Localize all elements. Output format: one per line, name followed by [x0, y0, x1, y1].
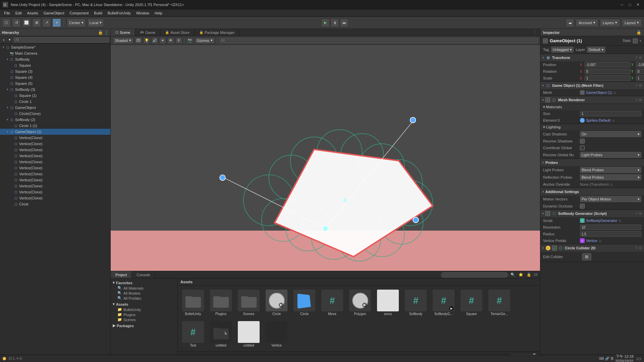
hierarchy-item-circle-last[interactable]: ⬡ Circle — [0, 201, 110, 207]
hierarchy-item-gameobject1[interactable]: ▾ ⬡ GameObject (1) — [0, 129, 110, 135]
proj-item-plugins[interactable]: 📁 Plugins — [112, 312, 176, 317]
asset-item-circle-cube[interactable]: Circle — [292, 288, 317, 317]
help-icon[interactable]: ? — [635, 98, 637, 102]
assets-header[interactable]: ▾ Assets — [112, 301, 176, 307]
pos-y-input[interactable] — [636, 62, 644, 67]
anchor-pick-icon[interactable]: ◎ — [610, 183, 613, 186]
rot-x-input[interactable] — [585, 69, 631, 74]
material-pick-icon[interactable]: ◎ — [612, 119, 615, 122]
hierarchy-item-vertice9[interactable]: ⬡ Vertice(Clone) — [0, 183, 110, 189]
hierarchy-item-vertice2[interactable]: ⬡ Vertice(Clone) — [0, 141, 110, 147]
local-dropdown[interactable]: Local ▾ — [87, 18, 104, 27]
lighting-icon[interactable]: 💡 — [143, 37, 150, 44]
hierarchy-menu-icon[interactable]: ⋮ — [104, 30, 108, 35]
settings-icon[interactable]: ⚙ — [639, 246, 642, 250]
hierarchy-item-vertice8[interactable]: ⬡ Vertice(Clone) — [0, 177, 110, 183]
probes-header[interactable]: ▾ Probes — [540, 159, 644, 166]
asset-item-untitled-file[interactable]: untitled — [236, 320, 261, 349]
softbody-generator-header[interactable]: ▾ ✓ ⬡ Softbody Generator (Script) ? ⚙ — [540, 210, 644, 217]
tool-move[interactable]: ↺ — [12, 18, 21, 27]
vertice-pick-icon[interactable]: ◎ — [599, 239, 602, 243]
additional-settings-header[interactable]: ▾ Additional Settings — [540, 188, 644, 195]
edit-collider-button[interactable]: ⊞ — [582, 253, 591, 260]
cast-shadows-dropdown[interactable]: On ▾ — [580, 131, 641, 137]
hierarchy-item-softbody3[interactable]: ▾ ⬡ Softbody (3) — [0, 86, 110, 93]
tool-transform[interactable]: ⌖ — [52, 18, 61, 27]
reflection-probes-dropdown[interactable]: Blend Probes ▾ — [580, 174, 641, 180]
hierarchy-item-square4[interactable]: ⬡ Square (4) — [0, 74, 110, 80]
asset-item-test[interactable]: # Test — [180, 320, 206, 349]
proj-item-bulletunity[interactable]: 📁 BulletUnity — [112, 307, 176, 312]
tab-game[interactable]: 🎮 Game — [135, 29, 160, 36]
asset-item-plugins[interactable]: Plugins — [208, 288, 233, 317]
mesh-renderer-enable-checkbox[interactable]: ✓ — [545, 98, 550, 102]
menu-window[interactable]: Window — [133, 10, 152, 16]
asset-item-scenes[interactable]: Scenes — [236, 288, 261, 317]
layer-dropdown[interactable]: Default ▾ — [587, 47, 605, 53]
tool-rotate[interactable]: ⬜ — [22, 18, 31, 27]
layout-dropdown[interactable]: Layout ▾ — [622, 19, 642, 27]
hierarchy-item-circle1[interactable]: ⬡ Circle 1 — [0, 99, 110, 105]
minimize-button[interactable]: ─ — [619, 1, 625, 8]
close-button[interactable]: ✕ — [635, 1, 641, 8]
menu-edit[interactable]: Edit — [13, 10, 24, 16]
center-dropdown[interactable]: Center ▾ — [67, 18, 86, 27]
asset-item-untitled-folder[interactable]: untitled — [208, 320, 233, 349]
scale-y-input[interactable] — [636, 75, 644, 81]
asset-item-terraingen[interactable]: # TerrainGe... — [487, 288, 512, 317]
audio-icon[interactable]: 🔊 — [151, 37, 158, 44]
help-icon[interactable]: ? — [635, 56, 637, 60]
settings-icon[interactable]: ⚙ — [639, 56, 642, 60]
effects-icon[interactable]: ✦ — [159, 37, 166, 44]
hierarchy-item-gameobject[interactable]: ▾ ⬡ GameObject — [0, 105, 110, 111]
layers-dropdown[interactable]: Layers ▾ — [600, 19, 620, 27]
hierarchy-item-vertice7[interactable]: ⬡ Vertice(Clone) — [0, 171, 110, 177]
star-icon[interactable]: ⭐ — [518, 272, 524, 278]
resolution-input[interactable] — [580, 225, 641, 230]
tab-package-manager[interactable]: 🔒 Package Manager — [195, 29, 239, 36]
hierarchy-item-samplescene[interactable]: ▾ ⬡ SampleScene* — [0, 44, 110, 50]
dynamic-occlusion-checkbox[interactable]: ✓ — [580, 204, 585, 208]
hierarchy-item-vertice10[interactable]: ⬡ Vertice(Clone) — [0, 189, 110, 195]
camera-icon[interactable]: 📷 — [186, 37, 193, 44]
circle-collider-header[interactable]: ▾ i ✓ ⬡ Circle Collider 2D ? ⚙ — [540, 244, 644, 252]
motion-vectors-dropdown[interactable]: Per Object Motion ▾ — [580, 196, 641, 202]
script-pick-icon[interactable]: ◎ — [619, 219, 622, 223]
settings-icon[interactable]: ⚙ — [639, 98, 642, 102]
tool-scale[interactable]: ⊞ — [32, 18, 41, 27]
hierarchy-item-softbody[interactable]: ▾ ⬡ Softbody — [0, 56, 110, 62]
tool-rect[interactable]: ↗ — [42, 18, 51, 27]
proj-item-all-materials[interactable]: 🔍 All Materials — [112, 286, 176, 291]
tab-asset-store[interactable]: 🔒 Asset Store — [160, 29, 195, 36]
static-checkbox[interactable] — [633, 39, 638, 43]
mesh-renderer-header[interactable]: ▾ ✓ ⬡ Mesh Renderer ? ⚙ — [540, 96, 644, 104]
hierarchy-item-circleclone[interactable]: ⬡ Circle(Clone) — [0, 111, 110, 117]
menu-gameobject[interactable]: GameObject — [41, 10, 67, 16]
help-icon[interactable]: ? — [635, 246, 637, 250]
hierarchy-item-vertice11[interactable]: ⬡ Vertice(Clone) — [0, 195, 110, 201]
mesh-filter-header[interactable]: ▾ ⬡ Game Object (1) (Mesh Filter) ? ⚙ — [540, 82, 644, 89]
pause-button[interactable]: ⏸ — [330, 18, 339, 27]
pos-x-input[interactable] — [585, 62, 631, 67]
assets-zoom-slider[interactable] — [511, 354, 537, 355]
size-input[interactable] — [580, 111, 641, 116]
hidden-objects-icon[interactable]: 👁 — [167, 37, 174, 44]
hierarchy-item-maincamera[interactable]: 📷 Main Camera — [0, 50, 110, 56]
radius-input[interactable] — [580, 231, 641, 237]
asset-item-square[interactable]: # Square — [459, 288, 484, 317]
transform-header[interactable]: ▾ ⊞ Transform ? ⚙ — [540, 54, 644, 61]
contribute-global-checkbox[interactable] — [580, 145, 585, 150]
hierarchy-item-softbody2[interactable]: ▾ ⬡ Softbody (2) — [0, 117, 110, 123]
proj-item-scenes[interactable]: 📁 Scenes — [112, 317, 176, 322]
settings-icon[interactable]: ⚙ — [639, 212, 642, 216]
asset-item-bulletunity[interactable]: BulletUnity — [180, 288, 206, 317]
rot-y-input[interactable] — [636, 69, 644, 74]
packages-header[interactable]: ▶ Packages — [112, 323, 176, 328]
menu-assets[interactable]: Assets — [24, 10, 41, 16]
mesh-pick-icon[interactable]: ◎ — [613, 91, 616, 95]
hierarchy-item-vertice3[interactable]: ⬡ Vertice(Clone) — [0, 147, 110, 153]
menu-component[interactable]: Component — [67, 10, 91, 16]
inspector-lock-icon[interactable]: 🔒 — [636, 30, 641, 35]
tab-project[interactable]: Project — [111, 271, 132, 278]
menu-help[interactable]: Help — [152, 10, 165, 16]
